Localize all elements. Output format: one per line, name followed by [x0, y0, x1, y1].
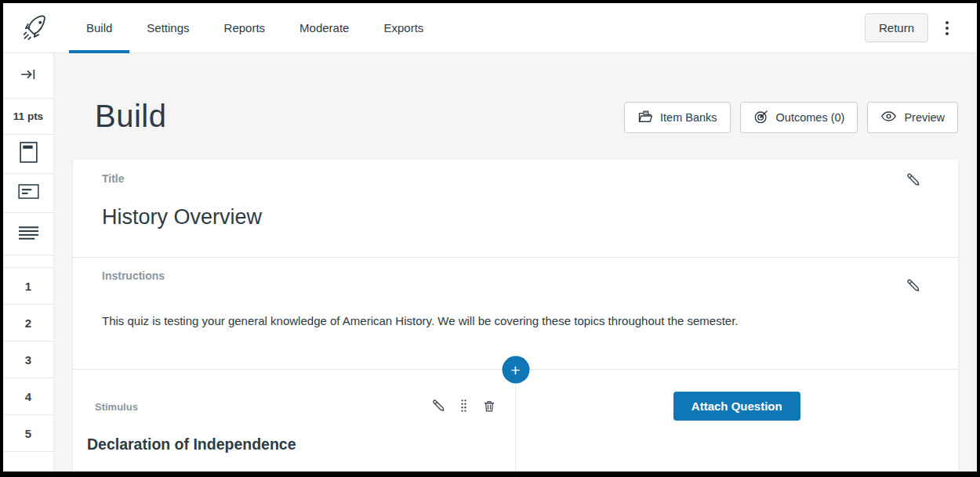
outcomes-label: Outcomes (0) [776, 111, 845, 124]
sidebar-question-2[interactable]: 2 [3, 305, 53, 341]
quiz-builder-app: Build Settings Reports Moderate Exports … [3, 3, 977, 472]
app-logo [3, 3, 69, 52]
tab-settings-label: Settings [147, 21, 189, 34]
header-spacer [441, 3, 865, 52]
page-title: Build [95, 99, 166, 134]
instructions-label: Instructions [102, 269, 165, 282]
stimulus-toolbar [431, 398, 496, 414]
target-arrow-icon [753, 109, 769, 127]
points-total: 11 pts [3, 99, 53, 135]
question-navigation-sidebar: 11 pts [3, 53, 54, 472]
page-with-header-icon [20, 142, 38, 166]
question-number: 5 [25, 427, 31, 440]
preview-label: Preview [904, 111, 945, 124]
tab-reports[interactable]: Reports [207, 3, 283, 52]
build-page: Build Item Banks [54, 53, 977, 472]
title-section: Title History Overview [73, 160, 958, 258]
arrow-to-bar-icon [20, 66, 37, 86]
attach-question-button[interactable]: Attach Question [673, 392, 800, 421]
sidebar-item-text[interactable] [3, 213, 53, 255]
drag-handle-icon[interactable] [459, 398, 469, 414]
preview-button[interactable]: Preview [867, 102, 958, 133]
item-section: + Stimulus [73, 370, 958, 472]
nav-tabs: Build Settings Reports Moderate Exports [69, 3, 441, 52]
more-options-kebab-icon[interactable] [941, 16, 953, 40]
stimulus-panel: Stimulus [73, 370, 516, 472]
text-lines-icon [18, 225, 39, 244]
question-number: 2 [25, 316, 31, 330]
text-card-icon [18, 184, 39, 202]
question-number: 1 [25, 280, 31, 293]
instructions-text: This quiz is testing your general knowle… [102, 313, 887, 330]
eye-preview-icon [880, 108, 897, 127]
delete-trash-icon[interactable] [482, 399, 496, 414]
rocket-icon [20, 10, 53, 46]
body-row: 11 pts [3, 53, 977, 472]
quiz-title-value: History Overview [102, 205, 262, 229]
sidebar-item-page[interactable] [3, 135, 53, 174]
sidebar-question-3[interactable]: 3 [3, 341, 53, 378]
top-navigation-bar: Build Settings Reports Moderate Exports … [3, 3, 977, 53]
tab-moderate-label: Moderate [299, 21, 349, 34]
sidebar-question-4[interactable]: 4 [3, 378, 53, 415]
tab-build-label: Build [86, 21, 112, 34]
sidebar-question-5[interactable]: 5 [3, 415, 53, 452]
points-total-label: 11 pts [13, 110, 43, 122]
stimulus-title: Declaration of Independence [87, 435, 296, 454]
tab-build[interactable]: Build [69, 3, 129, 52]
sidebar-question-1[interactable]: 1 [3, 268, 53, 305]
edit-title-pencil-icon[interactable] [906, 172, 920, 190]
question-number: 4 [25, 390, 31, 403]
item-bank-folder-icon [637, 109, 653, 127]
item-banks-label: Item Banks [660, 111, 717, 124]
sidebar-item-card[interactable] [3, 174, 53, 213]
attach-question-panel: Attach Question [516, 370, 959, 472]
tab-settings[interactable]: Settings [129, 3, 206, 52]
quiz-card: Title History Overview In [73, 160, 958, 472]
item-banks-button[interactable]: Item Banks [624, 102, 731, 133]
question-number: 3 [25, 353, 31, 367]
edit-instructions-pencil-icon[interactable] [906, 278, 920, 296]
tab-moderate[interactable]: Moderate [282, 3, 366, 52]
return-button[interactable]: Return [865, 13, 928, 42]
insert-item-plus-button[interactable]: + [502, 356, 529, 384]
screenshot-frame: Build Settings Reports Moderate Exports … [0, 0, 980, 477]
sidebar-divider-gap [3, 255, 53, 268]
tab-reports-label: Reports [224, 21, 266, 34]
edit-stimulus-pencil-icon[interactable] [431, 399, 445, 413]
title-label: Title [102, 172, 125, 185]
tab-exports[interactable]: Exports [366, 3, 441, 52]
tab-exports-label: Exports [383, 21, 423, 34]
outcomes-button[interactable]: Outcomes (0) [740, 102, 858, 133]
collapse-rail-button[interactable] [3, 53, 53, 99]
instructions-section: Instructions This quiz is testing your g… [73, 258, 958, 370]
page-action-buttons: Item Banks Outcomes (0) [624, 102, 958, 133]
stimulus-label: Stimulus [95, 401, 138, 413]
